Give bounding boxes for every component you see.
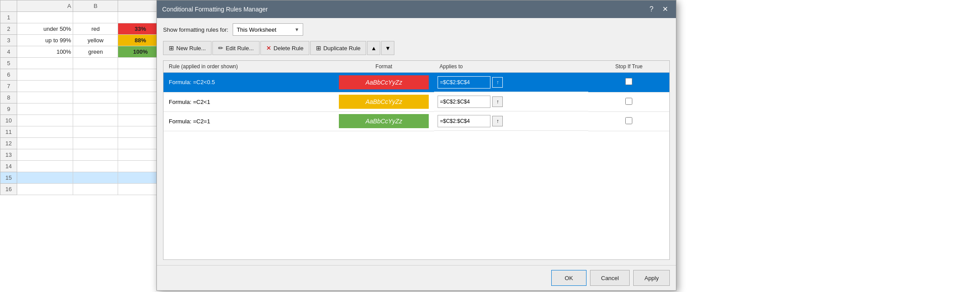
duplicate-rule-icon: ⊞: [316, 44, 321, 52]
row-header-3[interactable]: 3: [0, 35, 17, 46]
cell-3-a[interactable]: up to 99%: [17, 35, 73, 46]
cell-16-b[interactable]: [73, 184, 118, 195]
cell-6-a[interactable]: [17, 69, 73, 81]
apply-button[interactable]: Apply: [633, 270, 670, 286]
cell-7-a[interactable]: [17, 81, 73, 92]
applies-to-input-0[interactable]: [438, 76, 490, 89]
move-down-button[interactable]: ▼: [381, 41, 394, 55]
stop-if-true-cell-2[interactable]: [588, 111, 669, 131]
show-rules-dropdown[interactable]: This Worksheet ▼: [233, 23, 303, 36]
cell-2-b[interactable]: red: [73, 23, 118, 35]
row-header-9[interactable]: 9: [0, 103, 17, 115]
close-button[interactable]: ✕: [660, 5, 671, 14]
col-header-b[interactable]: B: [73, 0, 118, 12]
delete-rule-button[interactable]: ✕ Delete Rule: [260, 41, 309, 55]
cell-12-b[interactable]: [73, 138, 118, 149]
row-header-7[interactable]: 7: [0, 81, 17, 92]
row-header-13[interactable]: 13: [0, 149, 17, 161]
row-header-4[interactable]: 4: [0, 46, 17, 58]
row-header-10[interactable]: 10: [0, 115, 17, 126]
table-row[interactable]: Formula: =C2<0.5AaBbCcYyZz↑: [163, 73, 669, 92]
delete-rule-label: Delete Rule: [274, 45, 304, 52]
col-header-a[interactable]: A: [17, 0, 73, 12]
applies-to-input-1[interactable]: [438, 96, 490, 108]
stop-if-true-cell-0[interactable]: [588, 73, 669, 92]
collapse-btn-1[interactable]: ↑: [492, 96, 503, 107]
new-rule-icon: ⊞: [169, 44, 174, 52]
dropdown-arrow-icon: ▼: [294, 27, 299, 32]
cell-5-b[interactable]: [73, 58, 118, 69]
move-up-button[interactable]: ▲: [367, 41, 380, 55]
row-header-8[interactable]: 8: [0, 92, 17, 103]
conditional-formatting-dialog: Conditional Formatting Rules Manager ? ✕…: [156, 0, 676, 291]
cell-15-b[interactable]: [73, 172, 118, 184]
row-header-11[interactable]: 11: [0, 126, 17, 138]
col-header-stop-if-true: Stop If True: [588, 61, 669, 73]
edit-rule-label: Edit Rule...: [226, 45, 254, 52]
duplicate-rule-label: Duplicate Rule: [323, 45, 361, 52]
format-preview-cell-0: AaBbCcYyZz: [334, 73, 434, 92]
row-header-2[interactable]: 2: [0, 23, 17, 35]
applies-to-cell-0: ↑: [434, 73, 588, 92]
rule-cell-0: Formula: =C2<0.5: [163, 73, 334, 92]
cell-1-b[interactable]: [73, 12, 118, 23]
row-header-12[interactable]: 12: [0, 138, 17, 149]
table-row[interactable]: Formula: =C2=1AaBbCcYyZz↑: [163, 111, 669, 131]
dialog-body: Show formatting rules for: This Workshee…: [157, 18, 676, 265]
new-rule-button[interactable]: ⊞ New Rule...: [163, 41, 212, 55]
rule-cell-2: Formula: =C2=1: [163, 111, 334, 131]
cell-3-b[interactable]: yellow: [73, 35, 118, 46]
stop-if-true-cell-1[interactable]: [588, 92, 669, 111]
collapse-btn-0[interactable]: ↑: [492, 77, 503, 88]
titlebar-controls: ? ✕: [647, 5, 671, 14]
cell-1-a[interactable]: [17, 12, 73, 23]
cell-9-a[interactable]: [17, 103, 73, 115]
stop-if-true-checkbox-2[interactable]: [625, 117, 632, 124]
col-header-rule: Rule (applied in order shown): [163, 61, 334, 73]
cell-7-b[interactable]: [73, 81, 118, 92]
cell-5-a[interactable]: [17, 58, 73, 69]
row-header-15[interactable]: 15: [0, 172, 17, 184]
cell-4-b[interactable]: green: [73, 46, 118, 58]
row-header-5[interactable]: 5: [0, 58, 17, 69]
cell-9-b[interactable]: [73, 103, 118, 115]
dialog-title: Conditional Formatting Rules Manager: [162, 6, 268, 13]
row-header-6[interactable]: 6: [0, 69, 17, 81]
cell-6-b[interactable]: [73, 69, 118, 81]
applies-to-input-2[interactable]: [438, 115, 490, 127]
cell-13-a[interactable]: [17, 149, 73, 161]
stop-if-true-checkbox-0[interactable]: [625, 78, 632, 85]
cell-14-b[interactable]: [73, 161, 118, 172]
cancel-button[interactable]: Cancel: [590, 270, 630, 286]
cell-11-b[interactable]: [73, 126, 118, 138]
row-header-1[interactable]: 1: [0, 12, 17, 23]
cell-8-a[interactable]: [17, 92, 73, 103]
cell-16-a[interactable]: [17, 184, 73, 195]
new-rule-label: New Rule...: [176, 45, 206, 52]
stop-if-true-checkbox-1[interactable]: [625, 98, 632, 105]
ok-button[interactable]: OK: [551, 270, 587, 286]
corner-header: [0, 0, 17, 12]
row-header-14[interactable]: 14: [0, 161, 17, 172]
row-header-16[interactable]: 16: [0, 184, 17, 195]
cell-10-a[interactable]: [17, 115, 73, 126]
cell-4-a[interactable]: 100%: [17, 46, 73, 58]
cell-10-b[interactable]: [73, 115, 118, 126]
cell-8-b[interactable]: [73, 92, 118, 103]
cell-11-a[interactable]: [17, 126, 73, 138]
applies-to-cell-1: ↑: [434, 92, 588, 111]
help-button[interactable]: ?: [647, 5, 656, 14]
table-row[interactable]: Formula: =C2<1AaBbCcYyZz↑: [163, 92, 669, 111]
duplicate-rule-button[interactable]: ⊞ Duplicate Rule: [310, 41, 367, 55]
cell-13-b[interactable]: [73, 149, 118, 161]
cell-14-a[interactable]: [17, 161, 73, 172]
cell-2-a[interactable]: under 50%: [17, 23, 73, 35]
collapse-btn-2[interactable]: ↑: [492, 116, 503, 126]
show-rules-label: Show formatting rules for:: [163, 26, 228, 33]
edit-rule-button[interactable]: ✏ Edit Rule...: [212, 41, 260, 55]
spreadsheet-grid: A B C 12under 50%red33%3up to 99%yellow8…: [0, 0, 163, 195]
dialog-titlebar: Conditional Formatting Rules Manager ? ✕: [157, 0, 676, 18]
cell-12-a[interactable]: [17, 138, 73, 149]
cell-15-a[interactable]: [17, 172, 73, 184]
col-header-format: Format: [334, 61, 434, 73]
